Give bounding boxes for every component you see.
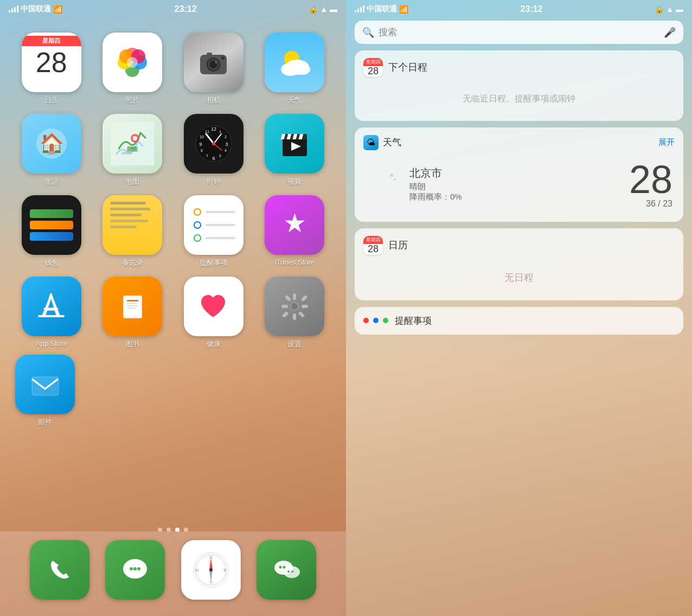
photos-icon: [102, 33, 162, 92]
widget-next-schedule-header: 星期四 28 下个日程: [355, 50, 683, 82]
camera-icon: [184, 33, 244, 92]
app-camera[interactable]: 相机: [177, 33, 250, 105]
app-appstore[interactable]: A App Store: [15, 277, 88, 349]
svg-point-99: [390, 174, 393, 177]
books-label: 图书: [125, 339, 139, 349]
svg-text:12: 12: [211, 126, 216, 132]
widget-weather-title: 天气: [383, 136, 401, 149]
svg-rect-65: [127, 307, 136, 309]
svg-text:8: 8: [201, 149, 203, 152]
right-time: 23:12: [521, 4, 543, 14]
right-carrier: 中国联通: [367, 4, 397, 14]
videos-label: 视频: [287, 177, 302, 187]
widget-weather-body: 北京市 晴朗 降雨概率：0% 28 36 / 23: [355, 155, 683, 222]
next-schedule-title: 下个日程: [388, 61, 427, 74]
photos-label: 照片: [125, 95, 139, 105]
app-calendar[interactable]: 星期四 28 日历: [15, 33, 88, 105]
right-location-icon: ▲: [666, 5, 674, 14]
app-photos[interactable]: 照片: [97, 33, 169, 105]
right-lock-icon: 🔒: [655, 5, 664, 14]
wallet-label: 钱包: [44, 258, 59, 268]
search-bar[interactable]: 🔍 搜索 🎤: [355, 21, 683, 44]
widgets-container: 星期四 28 下个日程 无临近日程、提醒事项或闹钟 🌤 天气 展开: [346, 50, 692, 335]
settings-icon: [265, 277, 324, 336]
dock-phone[interactable]: [30, 540, 89, 600]
svg-rect-26: [127, 146, 138, 152]
location-icon-left: ▲: [320, 5, 328, 14]
widget-calendar-header: 星期四 28 日历: [355, 228, 683, 260]
svg-rect-74: [281, 311, 289, 318]
dock-wechat[interactable]: [257, 540, 316, 600]
dock-safari[interactable]: N S E W: [181, 540, 241, 600]
reminders-dot-green-icon: [383, 318, 388, 323]
svg-point-92: [209, 568, 213, 572]
weather-city: 北京市: [409, 166, 620, 181]
app-clock[interactable]: 12 3 6 9 1 2 4 5 7 8 10 11: [177, 114, 250, 187]
left-status-bar: 中国联通 📶 23:12 🔒 ▲ ▬: [0, 0, 346, 16]
calendar-weekday: 星期四: [22, 36, 81, 46]
svg-point-6: [127, 57, 138, 68]
svg-point-96: [283, 566, 285, 568]
svg-point-44: [212, 142, 215, 145]
widget-next-schedule: 星期四 28 下个日程 无临近日程、提醒事项或闹钟: [355, 50, 683, 121]
widget-weather-header: 🌤 天气 展开: [355, 127, 683, 155]
calendar-date: 28: [36, 48, 67, 76]
svg-rect-62: [127, 300, 138, 301]
svg-rect-69: [281, 305, 288, 308]
svg-text:1: 1: [219, 130, 221, 133]
svg-rect-67: [293, 293, 296, 300]
app-weather[interactable]: 天气: [259, 33, 331, 105]
videos-icon: [265, 114, 324, 174]
svg-point-76: [292, 304, 297, 309]
svg-text:🏠: 🏠: [39, 132, 63, 155]
calendar-widget-weekday: 星期四: [363, 236, 383, 244]
calendar-widget-empty: 无日程: [355, 260, 683, 300]
widget-weather-left: 🌤 天气: [363, 135, 401, 150]
weather-temp: 28 36 / 23: [629, 160, 672, 209]
weather-condition: 晴朗: [409, 182, 620, 192]
right-signal-bars-icon: [355, 6, 364, 12]
reminders-dot-red-icon: [363, 318, 369, 323]
camera-label: 相机: [207, 95, 221, 105]
app-videos[interactable]: 视频: [259, 114, 331, 187]
maps-label: 地图: [125, 177, 139, 187]
svg-text:7: 7: [206, 154, 208, 158]
app-notes[interactable]: 备忘录: [97, 195, 169, 268]
appstore-label: App Store: [36, 339, 67, 348]
widget-reminders: 提醒事项: [355, 307, 683, 335]
reminders-icon: [184, 195, 244, 255]
app-reminders[interactable]: 提醒事项: [177, 195, 250, 268]
svg-point-83: [137, 567, 140, 570]
app-wallet[interactable]: 钱包: [15, 195, 88, 268]
reminders-widget-title: 提醒事项: [395, 315, 432, 327]
svg-rect-24: [121, 152, 132, 155]
clock-icon: 12 3 6 9 1 2 4 5 7 8 10 11: [184, 114, 244, 174]
calendar-label: 日历: [44, 95, 59, 105]
weather-moon-icon: [366, 166, 401, 202]
clock-label: 时钟: [207, 177, 221, 187]
health-label: 健康: [207, 339, 221, 349]
weather-icon: [265, 33, 324, 92]
svg-point-95: [279, 566, 281, 568]
notes-label: 备忘录: [122, 258, 143, 268]
weather-expand-button[interactable]: 展开: [658, 137, 675, 147]
life-icon: 🏠: [22, 114, 81, 174]
app-life[interactable]: 🏠 生活: [15, 114, 88, 187]
weather-temp-main: 28: [629, 160, 672, 199]
weather-rain: 降雨概率：0%: [409, 192, 620, 202]
app-mail[interactable]: 邮件: [15, 355, 75, 427]
app-settings[interactable]: 设置: [259, 277, 331, 349]
app-books[interactable]: 图书: [97, 277, 169, 349]
app-maps[interactable]: 280 地图: [97, 114, 169, 187]
appstore-icon: A: [22, 277, 81, 336]
dock-messages[interactable]: [105, 540, 165, 600]
reminders-label: 提醒事项: [200, 258, 228, 268]
right-status-left: 中国联通 📶: [355, 4, 408, 14]
app-itunes[interactable]: ★ iTunes Store: [259, 195, 331, 268]
svg-rect-73: [300, 294, 307, 301]
mic-icon[interactable]: 🎤: [664, 27, 676, 39]
app-health[interactable]: 健康: [177, 277, 250, 349]
svg-text:2: 2: [225, 135, 227, 139]
right-panel: 中国联通 📶 23:12 🔒 ▲ ▬ 🔍 搜索 🎤 星期四 28 下个日程 无临…: [346, 0, 692, 616]
mail-icon: [15, 355, 75, 414]
